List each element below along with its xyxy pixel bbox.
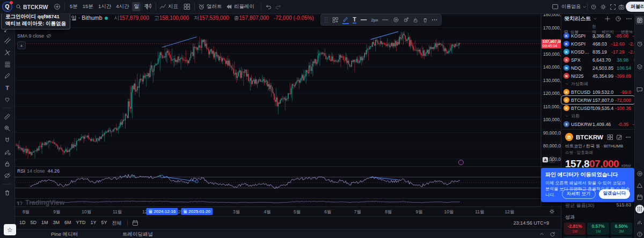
watchlist-section[interactable]: 가상화폐	[561, 80, 635, 88]
magnet-tool[interactable]	[2, 136, 13, 145]
watchlist-row-NDQ[interactable]: NNDQ24,503.85106.540.44%	[561, 64, 635, 72]
recent-clock-icon[interactable]	[615, 16, 621, 22]
fullscreen-icon[interactable]	[610, 0, 616, 13]
range-1Y[interactable]: 1Y	[91, 220, 97, 227]
range-5Y[interactable]: 5Y	[101, 220, 107, 227]
watchlist-panel-icon[interactable]	[635, 16, 644, 25]
scanner-target-icon[interactable]	[635, 169, 644, 178]
line-weight-label[interactable]: 2px	[371, 18, 378, 23]
alerts-clock-icon[interactable]	[635, 40, 644, 48]
detail-more-icon[interactable]	[625, 136, 631, 138]
object-tree-layers-icon[interactable]	[635, 63, 644, 71]
timeframe-15분[interactable]: 15분	[81, 2, 95, 11]
tab-trading-panel[interactable]: 트레이딩패널	[122, 231, 153, 238]
text-tool[interactable]: T	[2, 83, 13, 92]
unlock-icon[interactable]	[413, 17, 419, 23]
drawing-template-icon[interactable]	[332, 17, 339, 24]
range-1M[interactable]: 1M	[41, 220, 48, 227]
watchlist-more-icon[interactable]	[626, 18, 632, 20]
watchlist-section[interactable]: 외환	[561, 112, 635, 120]
tab-pine-editor[interactable]: Pine 에디터	[51, 231, 78, 238]
detail-grid-icon[interactable]	[607, 134, 613, 140]
parallel-channel-tool[interactable]	[2, 36, 13, 45]
line-color-tool[interactable]	[342, 16, 349, 24]
screenshot-camera-icon[interactable]	[618, 0, 625, 13]
redo-icon[interactable]	[275, 0, 282, 13]
account-avatar[interactable]: Q	[2, 0, 12, 13]
watchlist-row-KOSPI[interactable]: KKOSPI468.03-12.60-2.62%	[561, 40, 635, 48]
drawing-anchor-date-chip[interactable]: 월 2025-01-20	[181, 208, 213, 215]
time-axis[interactable]: 8월9월10월11월12월20252월3월4월5월6월7월8월9월10월11월1…	[14, 206, 561, 217]
timeframe-4시간[interactable]: 4시간	[114, 2, 130, 11]
publish-button[interactable]: 퍼블리쉬	[626, 0, 644, 13]
timeframe-dropdown-icon[interactable]	[134, 0, 139, 13]
symbol-search[interactable]: BTCKRW	[23, 0, 48, 13]
watchlist-column-headers[interactable]: 심볼현재가체인지변동%	[561, 24, 635, 32]
detail-symbol-title[interactable]: BTCKRW	[576, 134, 604, 140]
hide-drawings-tool[interactable]	[2, 171, 13, 180]
favorites-star-button[interactable]: ☆	[4, 224, 16, 235]
timezone-label[interactable]: 23:14:56 UTC+9	[514, 220, 549, 226]
timeframe-5분[interactable]: 5분	[68, 2, 79, 11]
fib-retracement-tool[interactable]	[2, 59, 13, 69]
calendar-icon[interactable]	[635, 193, 644, 202]
emoji-tool[interactable]	[2, 95, 13, 104]
watchlist-row-KOSPI[interactable]: KKOSPI3,386.05-85.06-2.45%	[561, 32, 635, 40]
watchlist-title[interactable]: 왓치리스트	[564, 15, 591, 23]
compare-add-icon[interactable]	[54, 0, 61, 13]
indicators-button[interactable]: 지표	[159, 0, 178, 13]
watchlist-row-KOSD[interactable]: KKOSD…835.19-17.29-2.03%	[561, 48, 635, 56]
text-color-tool[interactable]: T	[353, 17, 356, 24]
more-options-icon[interactable]	[431, 19, 438, 21]
panel-expand-icon[interactable]	[539, 231, 545, 237]
watchlist-row-BTCUSD[interactable]: BBTCUSD109,532.0-99.0-0.09%	[561, 88, 635, 96]
popup-learn-more-button[interactable]: 자세히 보기	[562, 189, 596, 199]
range-5D[interactable]: 5D	[31, 220, 37, 227]
drag-handle-icon[interactable]	[324, 17, 328, 23]
range-전체[interactable]: 전체	[112, 220, 122, 227]
line-style-icon[interactable]	[360, 18, 368, 22]
watchlist-row-USDKRW[interactable]: $USDKRW1,409.46-0.35-0.02%	[561, 120, 635, 128]
delete-drawing-icon[interactable]	[422, 17, 428, 23]
legend-collapse-button[interactable]: ▲	[17, 41, 26, 49]
eye-off-icon[interactable]	[46, 33, 52, 39]
replay-button[interactable]: 리플레이	[225, 0, 254, 13]
panel-restore-icon[interactable]	[550, 231, 555, 237]
drawing-marker[interactable]	[459, 160, 464, 165]
stay-in-drawing-mode-tool[interactable]	[2, 147, 13, 157]
remove-drawings-tool[interactable]	[2, 188, 13, 197]
zoom-in-tool[interactable]	[2, 124, 13, 133]
detail-description[interactable]: 비트코인 / 한국 원 · BITHUMB	[565, 143, 631, 149]
chart-type-icon[interactable]	[145, 0, 152, 13]
watchlist-row-BTCKRW[interactable]: BBTCKRW157,807,0-72,000-0.05%	[561, 96, 635, 104]
quick-search-icon[interactable]	[590, 0, 597, 13]
go-to-date-icon[interactable]	[132, 220, 138, 226]
settings-gear-icon[interactable]	[600, 0, 606, 13]
range-YTD[interactable]: YTD	[76, 220, 86, 227]
popup-ok-button[interactable]: 알겠습니다	[599, 189, 631, 199]
chat-icon[interactable]	[635, 85, 644, 94]
detail-edit-icon[interactable]	[616, 134, 623, 140]
chevron-down-icon[interactable]	[593, 17, 597, 21]
indicator-templates-icon[interactable]	[184, 0, 191, 13]
search-icon[interactable]	[16, 0, 22, 13]
add-alert-icon[interactable]	[403, 17, 409, 23]
layout-name-button[interactable]: 이름없음	[561, 0, 587, 13]
range-1D[interactable]: 1D	[19, 220, 26, 227]
range-6M[interactable]: 6M	[64, 220, 71, 227]
time-axis-settings-gear-icon[interactable]	[549, 209, 555, 214]
hotlists-grid-icon[interactable]	[635, 205, 644, 213]
watchlist-row-BTCUSDT[interactable]: BBTCUSDT109,535.4-100.36-0.09%	[561, 104, 635, 112]
streams-broadcast-icon[interactable]	[635, 218, 644, 226]
timeframe-1시간[interactable]: 1시간	[97, 2, 113, 11]
alert-button[interactable]: 얼러트	[198, 0, 222, 13]
watchlist-row-NI225[interactable]: NNI22545,354.99-399.89-0.87%	[561, 72, 635, 80]
add-symbol-icon[interactable]	[604, 16, 611, 22]
lock-drawings-tool[interactable]	[2, 159, 13, 168]
range-3M[interactable]: 3M	[53, 220, 60, 227]
measure-ruler-tool[interactable]	[2, 112, 13, 121]
help-icon[interactable]	[635, 230, 644, 238]
line-type-icon[interactable]	[382, 18, 389, 22]
sma-indicator-row[interactable]: SMA 9 close	[17, 33, 314, 39]
brush-tool[interactable]	[2, 71, 13, 80]
